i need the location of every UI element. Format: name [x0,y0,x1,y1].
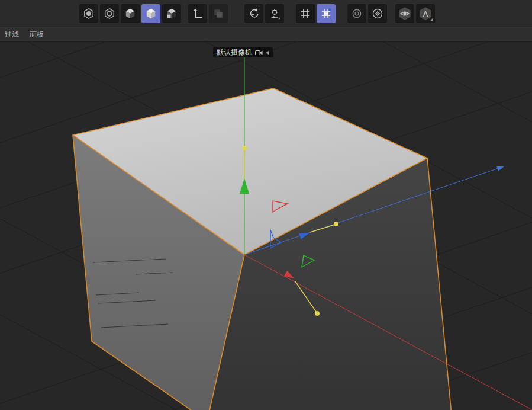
grid-icon [299,8,311,20]
viewport-menubar: 过滤 面板 [0,27,532,42]
scene-canvas[interactable] [0,42,532,410]
x-axis-end-arrow-icon [496,164,505,171]
cube-object[interactable] [73,88,453,410]
camera-menu-arrow-icon [266,50,269,55]
workplane-icon [212,8,224,20]
shading-wireframe-button[interactable] [100,4,119,23]
shading-constant-icon [145,8,157,20]
svg-text:A: A [423,9,428,18]
axis-icon [192,8,204,20]
filter-visibility-button[interactable] [395,4,414,23]
render-group [347,4,387,23]
x-scale-handle[interactable] [334,222,338,226]
shading-gouraud-button[interactable] [79,4,98,23]
reset-view-button[interactable] [244,4,263,23]
camera-label[interactable]: 默认摄像机 [213,47,273,57]
reset-view-icon [248,8,260,20]
axis-toggle-button[interactable] [188,4,207,23]
annotation-a-icon: A [418,6,433,21]
safe-frames-icon [351,8,363,20]
viewport-toolbar: A [0,0,532,27]
z-scale-handle[interactable] [315,311,320,316]
application-window: A 过滤 面板 默认摄像机 [0,0,532,410]
view-tools-group [244,4,284,23]
camera-label-text: 默认摄像机 [217,48,252,57]
shading-quick-icon [124,8,136,20]
menu-filter[interactable]: 过滤 [5,30,19,40]
shading-quick-button[interactable] [121,4,140,23]
snap-settings-button[interactable] [317,4,336,23]
safe-frames-button[interactable] [347,4,366,23]
render-settings-button[interactable] [368,4,387,23]
annotation-button[interactable]: A [416,4,435,23]
shading-constant-button[interactable] [141,4,160,23]
snap-grid-icon [320,8,332,20]
eye-icon [397,6,412,21]
3d-viewport[interactable]: 默认摄像机 [0,42,532,410]
grid-toggle-button[interactable] [296,4,315,23]
shading-wireframe-icon [104,8,115,20]
y-scale-handle[interactable] [242,146,247,150]
shading-hidden-line-icon [166,8,178,20]
shading-mode-group [79,4,181,23]
display-group: A [395,4,435,23]
axis-group [188,4,228,23]
workplane-toggle-button[interactable] [209,4,228,23]
render-settings-icon [372,8,383,20]
shading-hidden-line-button[interactable] [162,4,181,23]
menu-panel[interactable]: 面板 [30,30,44,40]
view-settings-button[interactable] [265,4,284,23]
shading-gouraud-icon [83,8,95,20]
camera-icon [255,50,263,56]
grid-group [296,4,336,23]
view-settings-gear-icon [269,8,280,20]
